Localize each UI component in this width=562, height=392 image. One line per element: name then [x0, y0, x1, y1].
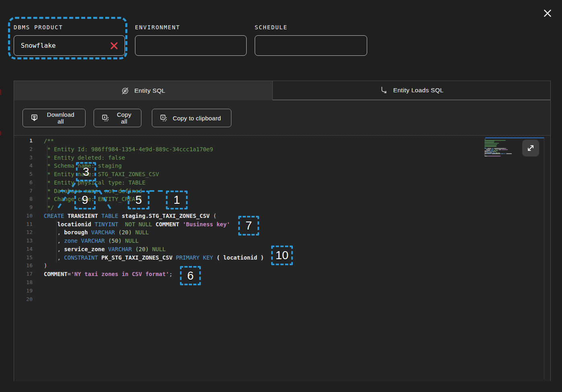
clear-icon[interactable] — [109, 41, 119, 51]
code-line: 12 , borough VARCHAR (20) NULL — [14, 228, 550, 237]
code-line: 15 , CONSTRAINT PK_STG_TAXI_ZONES_CSV PR… — [14, 254, 550, 262]
expand-icon — [526, 143, 535, 153]
download-icon — [30, 114, 39, 122]
minimap[interactable] — [484, 139, 522, 157]
environment-field-group: ENVIRONMENT — [135, 24, 247, 56]
scrollbar-divider — [544, 137, 544, 380]
copy-to-clipboard-label: Copy to clipboard — [173, 115, 221, 122]
close-button[interactable] — [542, 7, 554, 19]
code-line: 1/** — [14, 137, 550, 145]
download-all-label: Download all — [43, 111, 78, 125]
entity-icon — [121, 87, 129, 95]
code-lines: 1/**2 * Entity Id: 986ff984-1354-4e9d-88… — [14, 137, 550, 303]
tab-entity-sql[interactable]: Entity SQL — [14, 81, 272, 100]
copy-all-label: Copy all — [114, 111, 134, 125]
copy-all-button[interactable]: Copy all — [94, 109, 141, 127]
background-app-artifact — [0, 89, 1, 95]
background-app-artifact — [0, 131, 1, 135]
dbms-product-input-box[interactable] — [14, 35, 125, 56]
dbms-product-field-group: DBMS PRODUCT — [14, 24, 125, 56]
close-icon — [542, 8, 553, 18]
copy-icon — [101, 114, 110, 122]
schedule-input[interactable] — [262, 42, 361, 49]
tab-entity-loads-sql-label: Entity Loads SQL — [393, 87, 443, 94]
code-line: 17COMMENT='NY taxi zones in CSV format'; — [14, 270, 550, 278]
tab-entity-sql-label: Entity SQL — [134, 87, 165, 94]
code-line: 8 * Change code: ENTITY_CREATE — [14, 195, 550, 203]
load-arrow-icon — [380, 86, 388, 95]
code-line: 20 — [14, 295, 550, 304]
code-line: 11 locationid TINYINT NOT NULL COMMENT '… — [14, 220, 550, 229]
code-line: 4 * Schema name: staging — [14, 162, 550, 170]
code-line: 9 */ — [14, 203, 550, 212]
schedule-field-group: SCHEDULE — [255, 24, 367, 56]
code-line: 18 — [14, 278, 550, 287]
dbms-product-input[interactable] — [21, 42, 109, 49]
copy-to-clipboard-button[interactable]: Copy to clipboard — [152, 109, 231, 127]
schedule-input-box[interactable] — [255, 35, 367, 56]
code-line: 5 * Entity name: STG_TAXI_ZONES_CSV — [14, 170, 550, 179]
code-line: 6 * Entity physical type: TABLE — [14, 179, 550, 187]
minimap-ruler-highlight — [485, 137, 544, 138]
sql-panel: Entity SQL Entity Loads SQL Download all — [14, 81, 551, 381]
code-line: 7 * Database name: not_defined — [14, 187, 550, 195]
copy-icon — [159, 114, 168, 122]
environment-input-box[interactable] — [135, 35, 247, 56]
expand-editor-button[interactable] — [522, 140, 539, 156]
environment-label: ENVIRONMENT — [135, 24, 247, 31]
dbms-product-label: DBMS PRODUCT — [14, 24, 125, 31]
environment-input[interactable] — [142, 42, 241, 49]
tab-entity-loads-sql[interactable]: Entity Loads SQL — [272, 81, 550, 100]
code-line: 3 * Entity deleted: false — [14, 154, 550, 162]
code-line: 13 , zone VARCHAR (50) NULL — [14, 237, 550, 245]
schedule-label: SCHEDULE — [255, 24, 367, 31]
code-line: 14 , service_zone VARCHAR (20) NULL — [14, 245, 550, 254]
editor-toolbar: Download all Copy all Copy to clipboard — [14, 100, 550, 136]
code-line: 19 — [14, 287, 550, 295]
code-line: 10CREATE TRANSIENT TABLE staging.STG_TAX… — [14, 212, 550, 220]
sql-code-editor[interactable]: 1/**2 * Entity Id: 986ff984-1354-4e9d-88… — [14, 136, 550, 381]
download-all-button[interactable]: Download all — [22, 109, 86, 127]
code-line: 2 * Entity Id: 986ff984-1354-4e9d-889c-3… — [14, 145, 550, 154]
code-line: 16) — [14, 262, 550, 270]
tab-bar: Entity SQL Entity Loads SQL — [14, 81, 550, 100]
